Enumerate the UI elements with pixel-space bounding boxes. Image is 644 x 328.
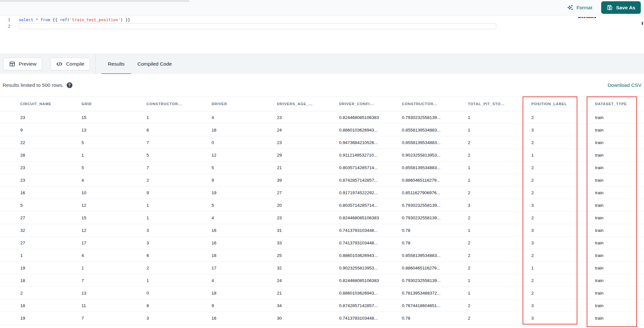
table-cell: train [595, 274, 644, 287]
table-cell: 4 [212, 212, 277, 224]
table-cell: 1 [468, 274, 531, 287]
active-line-indicator [19, 23, 496, 29]
table-cell: 0.9473684210526... [339, 136, 402, 149]
table-cell: 18 [0, 274, 81, 287]
table-cell: 9 [212, 299, 277, 312]
table-cell: 31 [277, 224, 339, 237]
table-cell: 1 [81, 262, 147, 274]
preview-label: Preview [19, 61, 36, 67]
table-cell: 0 [212, 136, 277, 149]
format-button[interactable]: Format [567, 5, 592, 11]
table-cell: 2 [531, 111, 595, 124]
table-cell: 3 [147, 312, 212, 324]
table-cell: 21 [277, 161, 339, 174]
table-cell: 1 [468, 161, 531, 174]
table-cell: 2 [147, 174, 212, 187]
table-cell: 15 [81, 111, 147, 124]
table-cell: 23 [277, 212, 339, 224]
table-cell: 1 [531, 262, 595, 274]
table-cell: train [595, 149, 644, 161]
table-cell: 3 [531, 224, 595, 237]
table-cell: 32 [0, 224, 81, 237]
table-cell: 7 [147, 161, 212, 174]
table-cell: 18 [212, 124, 277, 136]
column-header: DRIVER [212, 97, 277, 111]
help-icon[interactable]: ? [67, 82, 72, 88]
table-cell: 6 [147, 124, 212, 136]
table-cell: train [595, 199, 644, 212]
table-cell: 0.8558139534883... [402, 124, 468, 136]
table-cell: 27 [0, 237, 81, 249]
table-cell: 0 [147, 287, 212, 299]
table-cell: 0.8558139534883... [402, 136, 468, 149]
table-cell: 7 [147, 136, 212, 149]
table-cell: train [595, 237, 644, 249]
table-cell: 19 [212, 187, 277, 199]
table-cell: 3 [531, 312, 595, 324]
table-cell: 5 [147, 149, 212, 161]
editor-scrollbar[interactable] [642, 22, 643, 25]
compile-button[interactable]: Compile [50, 58, 90, 70]
table-cell: 17 [212, 262, 277, 274]
table-cell: 0.8742857142857... [339, 174, 402, 187]
table-cell: 16 [212, 312, 277, 324]
table-cell: 0.8035714285714... [339, 161, 402, 174]
table-cell: 39 [277, 174, 339, 187]
results-table: CIRCUIT_NAMEGRIDCONSTRUCTOR...DRIVERDRIV… [0, 96, 644, 324]
table-cell: 2 [468, 136, 531, 149]
table-cell: 23 [277, 136, 339, 149]
table-cell: train [595, 312, 644, 324]
download-csv-link[interactable]: Download CSV [608, 82, 641, 88]
tab-compiled-code[interactable]: Compiled Code [131, 54, 178, 74]
table-cell: 0.7930232558139... [402, 212, 468, 224]
column-header: DRIVERS_AGE_... [277, 97, 339, 111]
table-row: 2717316330.7413793103448...0.7823train [0, 237, 644, 249]
column-header: CIRCUIT_NAME [0, 97, 81, 111]
table-cell: 30 [277, 312, 339, 324]
sql-editor[interactable]: 12 select * from {{ ref('train_test_posi… [0, 15, 644, 54]
results-limit-text: Results limited to 500 rows. [3, 82, 64, 88]
table-cell: 16 [212, 237, 277, 249]
table-cell: 28 [0, 149, 81, 161]
save-as-button[interactable]: Save As [601, 1, 641, 14]
table-cell: 5 [0, 199, 81, 212]
table-cell: 2 [468, 149, 531, 161]
table-cell: 0.8035714285714... [339, 199, 402, 212]
table-cell: 24 [277, 124, 339, 136]
table-cell: 18 [212, 287, 277, 299]
code-line: select * from {{ ref('train_test_positio… [19, 17, 130, 23]
table-cell: 3 [531, 237, 595, 249]
tab-results[interactable]: Results [101, 54, 131, 74]
preview-button[interactable]: Preview [3, 58, 42, 70]
table-row: 271514230.8244680851063830.7930232558139… [0, 212, 644, 224]
table-cell: 34 [277, 299, 339, 312]
table-cell: 0.824468085106383 [339, 111, 402, 124]
table-cell: 19 [0, 312, 81, 324]
table-cell: 1 [81, 149, 147, 161]
table-cell: 12 [81, 224, 147, 237]
table-cell: 0.8860465116279... [402, 174, 468, 187]
table-cell: 5 [81, 161, 147, 174]
table-cell: 18 [0, 299, 81, 312]
table-row: 18714240.8244680851063830.7930232558139.… [0, 274, 644, 287]
table-row: 913618240.8860103626943...0.855813953488… [0, 124, 644, 136]
table-cell: 6 [147, 249, 212, 262]
minimap-mark [583, 17, 585, 18]
table-cell: train [595, 249, 644, 262]
table-cell: 2 [147, 262, 212, 274]
editor-tab-strip [0, 0, 189, 2]
table-cell: 3 [147, 224, 212, 237]
table-row: 14618250.8860103626943...0.8558139534883… [0, 249, 644, 262]
table-cell: 2 [468, 249, 531, 262]
column-header: CONSTRUCTOR... [147, 97, 212, 111]
table-cell: 3 [531, 299, 595, 312]
table-cell: 1 [147, 212, 212, 224]
table-cell: 9 [212, 174, 277, 187]
table-row: 213018210.8860103626943...0.781395348837… [0, 287, 644, 299]
table-cell: 1 [468, 111, 531, 124]
table-cell: 32 [277, 262, 339, 274]
table-cell: 0.7413793103448... [339, 312, 402, 324]
minimap-mark [586, 17, 594, 18]
column-header: DRIVER_CONFI... [339, 97, 402, 111]
table-cell: 2 [531, 249, 595, 262]
